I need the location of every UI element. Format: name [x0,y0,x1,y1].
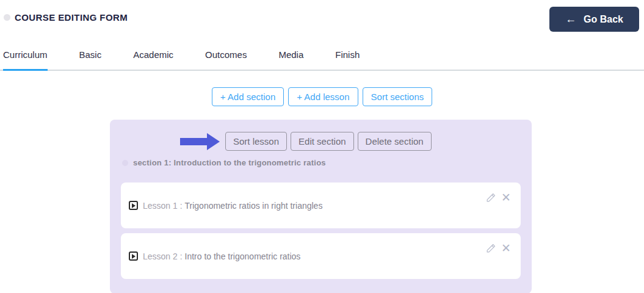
back-arrow-icon: ← [565,13,576,26]
tab-media[interactable]: Media [278,45,303,71]
lesson-number: Lesson 1 : [143,201,183,211]
tab-finish[interactable]: Finish [335,45,360,71]
page-title: COURSE EDITING FORM [15,12,128,23]
lesson-number: Lesson 2 : [143,251,183,261]
add-lesson-button[interactable]: + Add lesson [288,87,358,106]
tab-outcomes[interactable]: Outcomes [205,45,247,71]
delete-lesson-icon[interactable]: ✕ [500,242,512,254]
page-title-wrap: COURSE EDITING FORM [4,12,128,23]
go-back-label: Go Back [584,14,623,25]
tab-curriculum[interactable]: Curriculum [3,45,48,71]
edit-lesson-icon[interactable] [485,242,497,254]
tab-academic[interactable]: Academic [133,45,173,71]
add-section-button[interactable]: + Add section [212,87,284,106]
lesson-title: Intro to the trigonometric ratios [185,251,301,261]
section-title: section 1: Introduction to the trigonome… [133,158,326,167]
edit-lesson-icon[interactable] [485,191,497,203]
tab-bar: Curriculum Basic Academic Outcomes Media… [0,45,644,71]
curriculum-actions: + Add section + Add lesson Sort sections [0,87,644,106]
sort-lesson-button[interactable]: Sort lesson [225,132,287,151]
edit-section-button[interactable]: Edit section [291,132,354,151]
sort-sections-button[interactable]: Sort sections [363,87,433,106]
lesson-card[interactable]: Lesson 2 : Intro to the trigonometric ra… [121,233,521,279]
section-label: section 1: Introduction to the trigonome… [122,158,521,167]
lesson-actions: ✕ [485,191,512,203]
header: COURSE EDITING FORM ← Go Back [0,0,644,32]
lesson-card[interactable]: Lesson 1 : Trigonometric ratios in right… [121,183,521,228]
delete-lesson-icon[interactable]: ✕ [500,191,512,203]
title-bullet-icon [4,14,10,21]
play-icon [129,251,138,261]
tab-basic[interactable]: Basic [79,45,102,71]
section-bullet-icon [122,160,128,166]
lesson-text: Lesson 2 : Intro to the trigonometric ra… [143,251,300,261]
lesson-text: Lesson 1 : Trigonometric ratios in right… [143,201,322,211]
delete-section-button[interactable]: Delete section [358,132,432,151]
go-back-button[interactable]: ← Go Back [549,7,639,32]
lesson-title: Trigonometric ratios in right triangles [185,201,323,211]
play-icon [129,201,138,210]
pointer-arrow-icon [180,133,220,150]
section-panel: Sort lesson Edit section Delete section … [110,120,532,293]
lesson-actions: ✕ [485,242,512,254]
section-toolbar: Sort lesson Edit section Delete section [180,132,521,151]
